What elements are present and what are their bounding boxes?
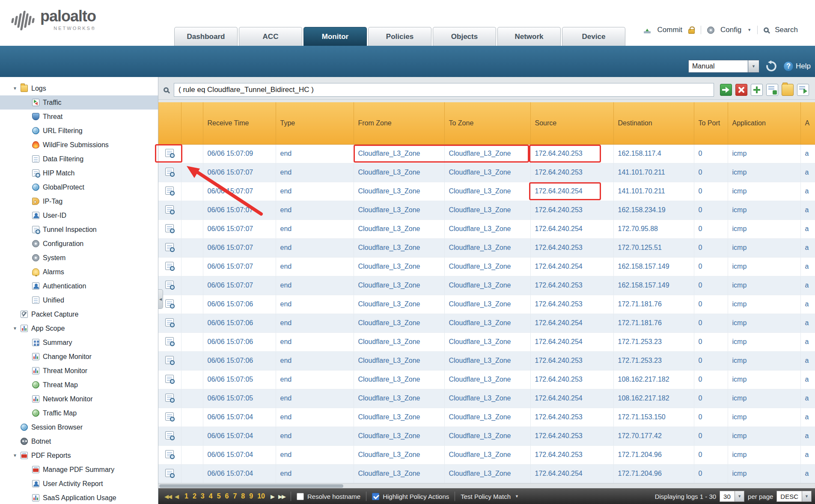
cell-from-zone[interactable]: Cloudflare_L3_Zone [354, 445, 444, 464]
sidebar-item-traffic[interactable]: Traffic [0, 95, 158, 110]
sidebar-item-data-filtering[interactable]: Data Filtering [0, 152, 158, 166]
log-detail-icon[interactable] [165, 281, 174, 289]
cell-source[interactable]: 172.64.240.253 [530, 408, 613, 427]
cell-from-zone[interactable]: Cloudflare_L3_Zone [354, 351, 444, 370]
sidebar-item-app-scope[interactable]: ▼App Scope [0, 321, 158, 335]
config-icon[interactable] [707, 27, 714, 34]
log-detail-icon[interactable] [165, 318, 174, 326]
cell-destination[interactable]: 172.71.253.23 [613, 332, 694, 351]
highlight-policy-actions-checkbox[interactable] [372, 493, 379, 500]
test-policy-match-button[interactable]: Test Policy Match [461, 493, 511, 500]
sidebar-item-pdf-reports[interactable]: ▼PDF Reports [0, 448, 158, 462]
cell-to-zone[interactable]: Cloudflare_L3_Zone [444, 314, 530, 332]
sidebar-item-botnet[interactable]: Botnet [0, 434, 158, 448]
table-row[interactable]: 06/06 15:07:06endCloudflare_L3_ZoneCloud… [158, 332, 815, 351]
cell-to-zone[interactable]: Cloudflare_L3_Zone [444, 464, 530, 483]
log-detail-icon[interactable] [165, 224, 174, 232]
log-detail-icon[interactable] [165, 356, 174, 364]
cell-from-zone[interactable]: Cloudflare_L3_Zone [354, 219, 444, 238]
cell-from-zone[interactable]: Cloudflare_L3_Zone [354, 182, 444, 201]
table-row[interactable]: 06/06 15:07:04endCloudflare_L3_ZoneCloud… [158, 464, 815, 483]
sidebar-item-logs[interactable]: ▼Logs [0, 81, 158, 95]
sidebar-item-system[interactable]: System [0, 251, 158, 265]
table-row[interactable]: 06/06 15:07:07endCloudflare_L3_ZoneCloud… [158, 276, 815, 295]
cell-source[interactable]: 172.64.240.254 [530, 332, 613, 351]
expander-icon[interactable]: ▼ [13, 86, 21, 91]
load-filter-button[interactable] [782, 84, 794, 96]
cell-destination[interactable]: 172.71.181.76 [613, 314, 694, 332]
horizontal-scrollbar[interactable] [158, 483, 815, 488]
commit-button[interactable]: Commit [657, 26, 683, 34]
cell-source[interactable]: 172.64.240.253 [530, 351, 613, 370]
cell-source[interactable]: 172.64.240.253 [530, 276, 613, 295]
log-detail-icon[interactable] [165, 394, 174, 402]
export-logs-button[interactable] [797, 84, 809, 96]
refresh-icon[interactable] [765, 60, 777, 72]
cell-to-zone[interactable]: Cloudflare_L3_Zone [444, 182, 530, 201]
page-1[interactable]: 1 [184, 492, 188, 500]
cell-source[interactable]: 172.64.240.253 [530, 370, 613, 389]
column-header-a[interactable]: A [800, 102, 815, 144]
cell-from-zone[interactable]: Cloudflare_L3_Zone [354, 389, 444, 408]
page-5[interactable]: 5 [217, 492, 221, 500]
cell-to-zone[interactable]: Cloudflare_L3_Zone [444, 276, 530, 295]
table-row[interactable]: 06/06 15:07:06endCloudflare_L3_ZoneCloud… [158, 314, 815, 332]
scrollbar-thumb[interactable] [159, 484, 343, 488]
cell-source[interactable]: 172.64.240.254 [530, 219, 613, 238]
cell-to-zone[interactable]: Cloudflare_L3_Zone [444, 332, 530, 351]
log-detail-icon[interactable] [165, 262, 174, 270]
log-detail-icon[interactable] [165, 149, 174, 157]
column-header-receive-time[interactable]: Receive Time [203, 102, 276, 144]
cell-source[interactable]: 172.64.240.253 [530, 445, 613, 464]
cell-to-zone[interactable]: Cloudflare_L3_Zone [444, 238, 530, 257]
log-detail-icon[interactable] [165, 168, 174, 176]
cell-destination[interactable]: 172.71.253.23 [613, 351, 694, 370]
log-detail-icon[interactable] [165, 187, 174, 195]
expander-icon[interactable]: ▼ [13, 453, 21, 458]
page-4[interactable]: 4 [209, 492, 213, 500]
sidebar-item-saas-application-usage[interactable]: SaaS Application Usage [0, 491, 158, 504]
sort-order-dropdown[interactable]: DESC ▼ [776, 491, 812, 502]
first-page-icon[interactable] [164, 493, 171, 500]
cell-to-zone[interactable]: Cloudflare_L3_Zone [444, 445, 530, 464]
tab-dashboard[interactable]: Dashboard [174, 27, 238, 46]
table-row[interactable]: 06/06 15:07:07endCloudflare_L3_ZoneCloud… [158, 238, 815, 257]
column-header-application[interactable]: Application [728, 102, 800, 144]
cell-to-zone[interactable]: Cloudflare_L3_Zone [444, 257, 530, 276]
log-detail-icon[interactable] [165, 469, 174, 477]
sidebar-item-authentication[interactable]: Authentication [0, 279, 158, 293]
sidebar-item-globalprotect[interactable]: GlobalProtect [0, 180, 158, 194]
tab-monitor[interactable]: Monitor [303, 27, 367, 46]
table-row[interactable]: 06/06 15:07:05endCloudflare_L3_ZoneCloud… [158, 389, 815, 408]
cell-destination[interactable]: 172.70.177.42 [613, 427, 694, 445]
table-row[interactable]: 06/06 15:07:04endCloudflare_L3_ZoneCloud… [158, 427, 815, 445]
next-page-icon[interactable] [271, 493, 275, 500]
cell-destination[interactable]: 172.70.125.51 [613, 238, 694, 257]
table-row[interactable]: 06/06 15:07:04endCloudflare_L3_ZoneCloud… [158, 445, 815, 464]
filter-input[interactable] [174, 83, 714, 97]
save-filter-button[interactable] [766, 84, 778, 96]
page-2[interactable]: 2 [193, 492, 196, 500]
chevron-down-icon[interactable]: ▼ [735, 491, 744, 502]
chevron-down-icon[interactable]: ▼ [747, 28, 751, 32]
tab-objects[interactable]: Objects [433, 27, 496, 46]
cell-source[interactable]: 172.64.240.253 [530, 201, 613, 219]
column-header-destination[interactable]: Destination [613, 102, 694, 144]
cell-from-zone[interactable]: Cloudflare_L3_Zone [354, 201, 444, 219]
search-button[interactable]: Search [775, 26, 798, 34]
sidebar-item-traffic-map[interactable]: Traffic Map [0, 406, 158, 420]
cell-to-zone[interactable]: Cloudflare_L3_Zone [444, 370, 530, 389]
sidebar-item-tunnel-inspection[interactable]: Tunnel Inspection [0, 222, 158, 237]
cell-from-zone[interactable]: Cloudflare_L3_Zone [354, 238, 444, 257]
page-6[interactable]: 6 [225, 492, 229, 500]
sidebar-item-packet-capture[interactable]: Packet Capture [0, 307, 158, 321]
sidebar-item-network-monitor[interactable]: Network Monitor [0, 392, 158, 406]
cell-from-zone[interactable]: Cloudflare_L3_Zone [354, 314, 444, 332]
page-7[interactable]: 7 [233, 492, 237, 500]
tab-acc[interactable]: ACC [239, 27, 302, 46]
sidebar-item-threat[interactable]: Threat [0, 110, 158, 124]
cell-source[interactable]: 172.64.240.253 [530, 238, 613, 257]
sidebar-item-session-browser[interactable]: Session Browser [0, 420, 158, 434]
expander-icon[interactable]: ▼ [13, 326, 21, 331]
cell-from-zone[interactable]: Cloudflare_L3_Zone [354, 163, 444, 182]
